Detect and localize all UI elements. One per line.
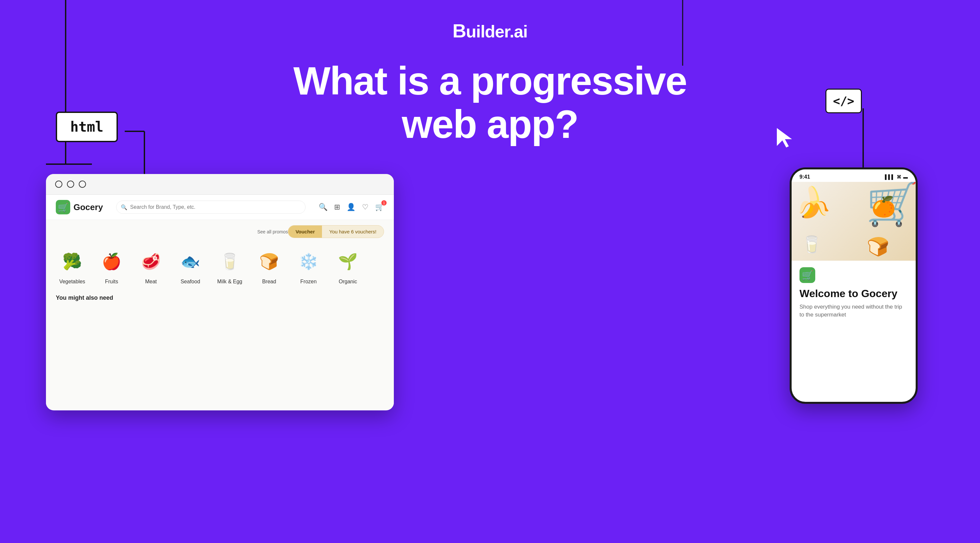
svg-text:🛒: 🛒 bbox=[58, 202, 68, 213]
heart-icon-nav[interactable]: ♡ bbox=[362, 203, 369, 212]
html-tag-label: html bbox=[70, 119, 103, 135]
voucher-area: See all promos Voucher You have 6 vouche… bbox=[46, 220, 394, 240]
bread-icon: 🍞 bbox=[256, 248, 282, 275]
vegetables-label: Vegetables bbox=[59, 279, 85, 285]
cart-icon-wrapper[interactable]: 🛒 1 bbox=[375, 203, 384, 212]
nav-icons-group: 🔍 ⊞ 👤 ♡ 🛒 1 bbox=[319, 203, 384, 212]
browser-content: 🛒 Gocery 🔍 🔍 ⊞ 👤 ♡ 🛒 1 See all pro bbox=[46, 195, 394, 409]
voucher-label: Voucher bbox=[288, 226, 322, 238]
milk-egg-icon: 🥛 bbox=[216, 248, 243, 275]
phone-status-bar: 9:41 ▌▌▌ ⌘ ▬ bbox=[792, 169, 916, 182]
grid-icon-nav[interactable]: ⊞ bbox=[334, 203, 340, 212]
search-icon-nav[interactable]: 🔍 bbox=[319, 203, 328, 212]
fruits-label: Fruits bbox=[105, 279, 118, 285]
meat-label: Meat bbox=[145, 279, 157, 285]
see-all-promos[interactable]: See all promos bbox=[252, 229, 288, 234]
heading-line2: web app? bbox=[293, 102, 687, 146]
browser-window: 🛒 Gocery 🔍 🔍 ⊞ 👤 ♡ 🛒 1 See all pro bbox=[46, 174, 394, 410]
svg-marker-9 bbox=[777, 129, 791, 147]
phone-welcome-subtitle: Shop everything you need without the tri… bbox=[800, 303, 908, 319]
search-input[interactable] bbox=[116, 201, 305, 214]
seafood-icon: 🐟 bbox=[177, 248, 204, 275]
category-seafood[interactable]: 🐟 Seafood bbox=[171, 248, 210, 285]
user-icon-nav[interactable]: 👤 bbox=[347, 203, 355, 212]
category-organic[interactable]: 🌱 Organic bbox=[328, 248, 368, 285]
organic-icon: 🌱 bbox=[335, 248, 361, 275]
gocery-search-area[interactable]: 🔍 bbox=[116, 201, 305, 214]
phone-time: 9:41 bbox=[800, 174, 810, 180]
category-vegetables[interactable]: 🥦 Vegetables bbox=[52, 248, 92, 285]
cursor-icon bbox=[776, 128, 793, 148]
bread-label: Bread bbox=[262, 279, 276, 285]
gocery-navbar: 🛒 Gocery 🔍 🔍 ⊞ 👤 ♡ 🛒 1 bbox=[46, 195, 394, 220]
category-fruits[interactable]: 🍎 Fruits bbox=[92, 248, 131, 285]
frozen-label: Frozen bbox=[300, 279, 317, 285]
mobile-phone: 9:41 ▌▌▌ ⌘ ▬ 🍌 🛒 🍊 🥛 🍞 🛒 Welcome to Goce… bbox=[790, 167, 918, 404]
category-meat[interactable]: 🥩 Meat bbox=[131, 248, 171, 285]
banana-emoji: 🍌 bbox=[795, 185, 832, 220]
cart-badge: 1 bbox=[381, 200, 387, 205]
milk-emoji: 🥛 bbox=[802, 235, 822, 254]
builder-logo: Builder.ai bbox=[453, 20, 527, 42]
phone-logo-row: 🛒 bbox=[800, 267, 908, 283]
frozen-icon: ❄️ bbox=[295, 248, 321, 275]
phone-gocery-icon: 🛒 bbox=[800, 267, 815, 283]
organic-label: Organic bbox=[339, 279, 357, 285]
code-tag-box: </> bbox=[826, 89, 862, 113]
gocery-logo-area: 🛒 Gocery bbox=[56, 200, 103, 214]
vegetables-icon: 🥦 bbox=[59, 248, 85, 275]
main-heading: What is a progressive web app? bbox=[293, 59, 687, 146]
browser-dot-3 bbox=[79, 181, 86, 188]
phone-content: 🛒 Welcome to Gocery Shop everything you … bbox=[792, 261, 916, 325]
logo-b: B bbox=[453, 20, 466, 41]
signal-icon: ▌▌▌ bbox=[885, 174, 895, 180]
phone-status-icons: ▌▌▌ ⌘ ▬ bbox=[885, 174, 908, 180]
gocery-app-name: Gocery bbox=[73, 202, 103, 212]
category-frozen[interactable]: ❄️ Frozen bbox=[289, 248, 328, 285]
category-milk-egg[interactable]: 🥛 Milk & Egg bbox=[210, 248, 250, 285]
category-bread[interactable]: 🍞 Bread bbox=[250, 248, 289, 285]
milk-egg-label: Milk & Egg bbox=[217, 279, 242, 285]
meat-icon: 🥩 bbox=[138, 248, 164, 275]
wifi-icon: ⌘ bbox=[897, 174, 901, 180]
search-icon-small: 🔍 bbox=[121, 204, 127, 210]
bread-emoji: 🍞 bbox=[867, 236, 889, 257]
browser-titlebar bbox=[46, 174, 394, 195]
phone-welcome-title: Welcome to Gocery bbox=[800, 288, 908, 300]
seafood-label: Seafood bbox=[180, 279, 200, 285]
fruits-icon: 🍎 bbox=[99, 248, 125, 275]
gocery-logo-icon: 🛒 bbox=[56, 200, 70, 214]
voucher-banner[interactable]: Voucher You have 6 vouchers! bbox=[288, 225, 384, 238]
battery-icon: ▬ bbox=[903, 174, 908, 180]
logo-text: uilder.ai bbox=[466, 22, 528, 41]
browser-dot-2 bbox=[67, 181, 74, 188]
phone-hero-image: 🍌 🛒 🍊 🥛 🍞 bbox=[792, 182, 916, 261]
html-tag-box: html bbox=[56, 111, 118, 142]
categories-row: 🥦 Vegetables 🍎 Fruits 🥩 Meat 🐟 Seafood 🥛… bbox=[46, 240, 394, 291]
builder-logo-area: Builder.ai bbox=[453, 20, 527, 42]
heading-line1: What is a progressive bbox=[293, 59, 687, 102]
orange-emoji: 🍊 bbox=[871, 195, 896, 218]
svg-text:🛒: 🛒 bbox=[802, 270, 813, 281]
you-might-label: You might also need bbox=[46, 291, 394, 305]
code-tag-label: </> bbox=[833, 94, 854, 108]
browser-dot-1 bbox=[55, 181, 62, 188]
voucher-text: You have 6 vouchers! bbox=[322, 226, 383, 238]
